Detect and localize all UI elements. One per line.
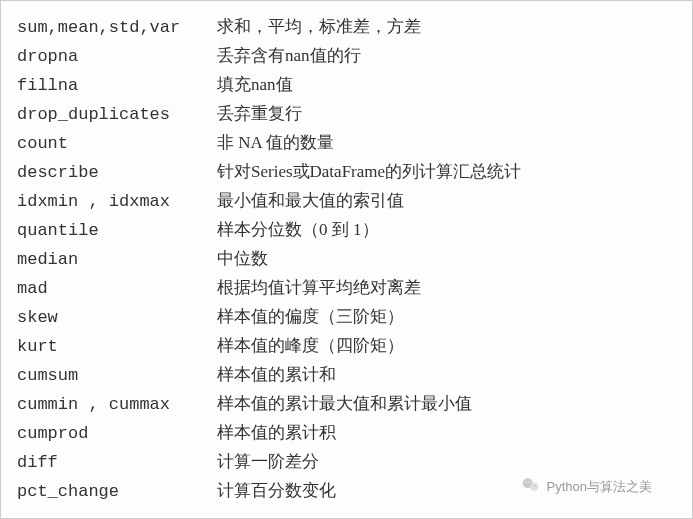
- function-name: pct_change: [17, 478, 217, 506]
- function-desc: 丢弃含有nan值的行: [217, 42, 361, 70]
- table-row: skew 样本值的偏度（三阶矩）: [17, 303, 676, 332]
- function-desc: 样本值的累计最大值和累计最小值: [217, 390, 472, 418]
- function-name: sum,mean,std,var: [17, 14, 217, 42]
- table-row: dropna 丢弃含有nan值的行: [17, 42, 676, 71]
- function-desc: 根据均值计算平均绝对离差: [217, 274, 421, 302]
- function-desc: 样本值的峰度（四阶矩）: [217, 332, 404, 360]
- function-desc: 样本值的累计和: [217, 361, 336, 389]
- function-desc: 求和，平均，标准差，方差: [217, 13, 421, 41]
- table-row: fillna 填充nan值: [17, 71, 676, 100]
- function-name: idxmin , idxmax: [17, 188, 217, 216]
- function-name: skew: [17, 304, 217, 332]
- function-name: cumprod: [17, 420, 217, 448]
- function-name: median: [17, 246, 217, 274]
- table-row: kurt 样本值的峰度（四阶矩）: [17, 332, 676, 361]
- table-row: diff 计算一阶差分: [17, 448, 676, 477]
- table-row: cumsum 样本值的累计和: [17, 361, 676, 390]
- function-desc: 丢弃重复行: [217, 100, 302, 128]
- function-name: count: [17, 130, 217, 158]
- table-row: sum,mean,std,var 求和，平均，标准差，方差: [17, 13, 676, 42]
- table-row: count 非 NA 值的数量: [17, 129, 676, 158]
- function-name: diff: [17, 449, 217, 477]
- function-desc: 中位数: [217, 245, 268, 273]
- table-row: idxmin , idxmax 最小值和最大值的索引值: [17, 187, 676, 216]
- function-name: drop_duplicates: [17, 101, 217, 129]
- table-row: cummin , cummax 样本值的累计最大值和累计最小值: [17, 390, 676, 419]
- function-name: mad: [17, 275, 217, 303]
- function-desc: 最小值和最大值的索引值: [217, 187, 404, 215]
- function-desc: 计算百分数变化: [217, 477, 336, 505]
- reference-table: sum,mean,std,var 求和，平均，标准差，方差 dropna 丢弃含…: [0, 0, 693, 519]
- function-desc: 样本值的累计积: [217, 419, 336, 447]
- function-name: describe: [17, 159, 217, 187]
- table-row: describe 针对Series或DataFrame的列计算汇总统计: [17, 158, 676, 187]
- function-name: dropna: [17, 43, 217, 71]
- function-name: fillna: [17, 72, 217, 100]
- function-desc: 样本分位数（0 到 1）: [217, 216, 379, 244]
- table-row: quantile 样本分位数（0 到 1）: [17, 216, 676, 245]
- function-desc: 针对Series或DataFrame的列计算汇总统计: [217, 158, 521, 186]
- function-desc: 样本值的偏度（三阶矩）: [217, 303, 404, 331]
- function-name: cumsum: [17, 362, 217, 390]
- table-row: cumprod 样本值的累计积: [17, 419, 676, 448]
- function-name: kurt: [17, 333, 217, 361]
- function-desc: 计算一阶差分: [217, 448, 319, 476]
- table-row: drop_duplicates 丢弃重复行: [17, 100, 676, 129]
- function-desc: 非 NA 值的数量: [217, 129, 334, 157]
- function-desc: 填充nan值: [217, 71, 293, 99]
- table-row: pct_change 计算百分数变化: [17, 477, 676, 506]
- table-row: median 中位数: [17, 245, 676, 274]
- table-row: mad 根据均值计算平均绝对离差: [17, 274, 676, 303]
- function-name: quantile: [17, 217, 217, 245]
- function-name: cummin , cummax: [17, 391, 217, 419]
